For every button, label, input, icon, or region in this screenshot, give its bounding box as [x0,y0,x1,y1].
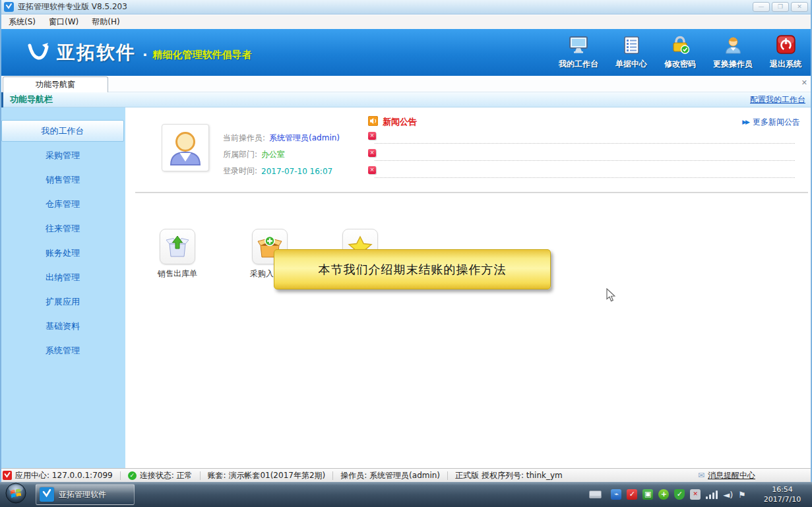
yatuo-app-icon [40,487,54,502]
sidebar-item-base-data[interactable]: 基础资料 [1,315,124,337]
sales-outbound-box-icon [165,234,190,259]
operator-avatar [162,124,209,171]
taskbar-item-yatuo[interactable]: 亚拓管理软件 [36,484,135,505]
tray-remove-device-icon[interactable]: ✕ [690,489,701,500]
department-label: 所属部门: [223,149,257,160]
connection-text: 连接状态: 正常 [140,470,193,481]
login-time-label: 登录时间: [223,165,257,177]
monitor-icon [568,36,589,57]
news-bullet-icon: × [368,149,376,157]
taskbar-item-label: 亚拓管理软件 [59,489,106,500]
tab-close-icon[interactable]: ✕ [801,78,807,87]
news-item[interactable]: × [368,146,800,163]
lock-check-icon [670,36,691,57]
operator-info: 当前操作员: 系统管理员(admin) 所属部门: 办公室 登录时间: 2017… [223,130,340,179]
keyboard-tray-icon[interactable] [589,491,602,498]
shortcut-sales-outbound[interactable]: 销售出库单 [150,229,205,280]
taskbar-clock[interactable]: 16:54 2017/7/10 [758,485,807,505]
tray-box-icon[interactable]: ▣ [642,489,653,500]
header-banner: 亚拓软件 · 精细化管理软件倡导者 我的工作台 [0,29,812,76]
avatar-person-icon [166,128,205,167]
menu-system[interactable]: 系统(S) [3,15,42,29]
action-my-workbench[interactable]: 我的工作台 [559,36,598,70]
tab-strip: 功能导航窗 ✕ [0,76,812,92]
status-app-center: 应用中心: 127.0.0.1:7099 [3,470,113,481]
status-operator: 操作员: 系统管理员(admin) [340,470,440,481]
news-title: 新闻公告 [383,116,417,128]
sidebar-item-purchase[interactable]: 采购管理 [1,144,124,166]
clock-time: 16:54 [758,485,807,494]
message-center-label: 消息提醒中心 [708,470,755,481]
start-button[interactable] [5,483,26,506]
action-exit-system[interactable]: 退出系统 [770,35,801,70]
app-center-text: 应用中心: 127.0.0.1:7099 [15,470,113,481]
more-news-link[interactable]: ▶▶ 更多新闻公告 [742,117,800,128]
close-button[interactable]: ✕ [791,2,808,12]
window-title: 亚拓管理软件专业版 V8.5.203 [18,1,127,13]
status-license: 正式版 授权序列号: think_ym [455,470,563,481]
tray-safe-plus-icon[interactable]: + [658,489,669,500]
section-title: 功能导航栏 [10,94,53,105]
status-bar: 应用中心: 127.0.0.1:7099 ✓ 连接状态: 正常 账套: 演示帐套… [0,468,812,482]
tray-tool-icon[interactable]: ⌁ [611,489,621,500]
operator-label: 当前操作员: [223,133,265,144]
action-label: 单据中心 [615,59,647,70]
sidebar-item-contacts[interactable]: 往来管理 [1,218,124,239]
clock-date: 2017/7/10 [758,494,807,504]
connection-check-icon: ✓ [128,471,137,480]
envelope-icon: ✉ [698,471,704,480]
tray-shield-icon[interactable]: ✓ [674,489,685,500]
body-area: 我的工作台 采购管理 销售管理 仓库管理 往来管理 账务处理 出纳管理 扩展应用… [0,107,812,468]
sidebar-item-warehouse[interactable]: 仓库管理 [1,193,124,215]
action-label: 我的工作台 [559,59,598,70]
double-arrow-icon: ▶▶ [742,119,749,125]
window-left-edge [0,0,1,482]
restore-button[interactable]: ❐ [772,2,789,12]
network-signal-icon[interactable] [706,490,718,499]
menu-window[interactable]: 窗口(W) [43,15,84,29]
sidebar-item-system[interactable]: 系统管理 [1,340,124,361]
sidebar-item-extensions[interactable]: 扩展应用 [1,291,124,313]
status-account-set: 账套: 演示帐套01(2017年第2期) [208,470,326,481]
news-item[interactable]: × [368,163,800,180]
volume-icon[interactable]: ◄) [723,490,733,500]
sidebar-item-sales[interactable]: 销售管理 [1,169,124,191]
taskbar: 亚拓管理软件 ⌁ ✓ ▣ + ✓ ✕ ◄) ⚑ 16:54 2017/7/10 [0,482,812,507]
action-change-password[interactable]: 修改密码 [664,36,696,70]
brand-name: 亚拓软件 [57,40,136,65]
minimize-button[interactable]: — [753,2,770,12]
tray-yatuo-icon[interactable]: ✓ [627,489,637,500]
document-list-icon [623,36,640,57]
tab-function-navigation[interactable]: 功能导航窗 [3,76,108,92]
action-switch-operator[interactable]: 更换操作员 [713,36,753,70]
app-logo-icon [4,2,14,12]
sidebar-item-cashier[interactable]: 出纳管理 [1,266,124,288]
workspace-content: 当前操作员: 系统管理员(admin) 所属部门: 办公室 登录时间: 2017… [125,107,812,468]
status-separator [120,471,121,480]
shortcut-label: 销售出库单 [150,268,205,280]
sidebar-item-accounting[interactable]: 账务处理 [1,242,124,264]
tutorial-tooltip: 本节我们介绍期末结账的操作方法 [274,249,551,289]
message-center-link[interactable]: ✉ 消息提醒中心 [698,470,755,481]
brand-separator: · [142,47,148,63]
sidebar-item-my-workbench[interactable]: 我的工作台 [1,120,124,142]
configure-workbench-link[interactable]: 配置我的工作台 [750,94,805,105]
sidebar-nav: 我的工作台 采购管理 销售管理 仓库管理 往来管理 账务处理 出纳管理 扩展应用… [0,107,125,468]
news-bullet-icon: × [368,132,376,140]
mouse-cursor [604,288,617,305]
action-label: 退出系统 [770,59,801,70]
brand-slogan: 精细化管理软件倡导者 [153,49,252,61]
brand: 亚拓软件 · 精细化管理软件倡导者 [26,40,252,65]
horizontal-separator [135,192,808,193]
news-item[interactable]: × [368,129,800,146]
action-document-center[interactable]: 单据中心 [615,36,647,70]
menu-help[interactable]: 帮助(H) [86,15,125,29]
brand-logo-icon [26,41,50,65]
action-center-flag-icon[interactable]: ⚑ [738,490,746,500]
power-icon [776,35,796,57]
login-time-value: 2017-07-10 16:07 [261,167,332,176]
status-separator [200,471,201,480]
news-bullet-icon: × [368,166,376,174]
app-screen: 亚拓管理软件专业版 V8.5.203 — ❐ ✕ 系统(S) 窗口(W) 帮助(… [0,0,812,507]
news-item-underline [375,177,795,178]
